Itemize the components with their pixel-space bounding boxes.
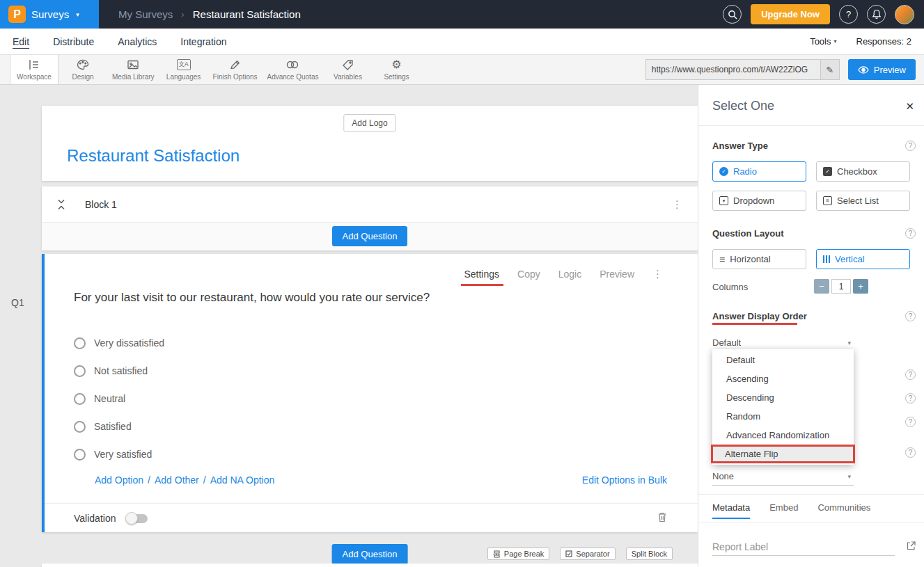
answer-option-label[interactable]: Very dissatisfied xyxy=(94,337,164,349)
toolbar-item-variables[interactable]: Variables xyxy=(323,55,372,84)
layout-option-label: Horizontal xyxy=(730,254,771,264)
toolbar-item-settings[interactable]: ⚙ Settings xyxy=(372,55,421,84)
help-icon[interactable]: ? xyxy=(905,447,916,458)
edit-options-bulk-link[interactable]: Edit Options in Bulk xyxy=(582,474,667,486)
block-menu-icon[interactable]: ⋮ xyxy=(672,198,682,211)
menu-item-descending[interactable]: Descending xyxy=(712,388,854,407)
answer-option-label[interactable]: Not satisfied xyxy=(94,365,148,376)
add-question-button-top[interactable]: Add Question xyxy=(332,226,408,246)
delete-question-icon[interactable] xyxy=(657,511,667,522)
vertical-bars-icon xyxy=(823,255,830,263)
toolbar-item-media-library[interactable]: Media Library xyxy=(107,55,159,84)
answer-type-select-list[interactable]: ≡ Select List xyxy=(816,191,910,211)
option-add-links: Add Option / Add Other / Add NA Option xyxy=(95,474,274,486)
toolbar-right: ✎ Preview xyxy=(645,55,924,84)
question-tab-preview[interactable]: Preview xyxy=(600,269,634,280)
columns-increment-button[interactable]: + xyxy=(853,279,868,294)
answer-option-label[interactable]: Neutral xyxy=(94,393,125,404)
report-label-input[interactable] xyxy=(712,538,895,556)
preview-button[interactable]: Preview xyxy=(848,59,916,80)
help-icon[interactable]: ? xyxy=(905,311,916,321)
question-menu-icon[interactable]: ⋮ xyxy=(652,268,663,280)
breadcrumb-my-surveys[interactable]: My Surveys xyxy=(118,8,173,20)
edit-url-button[interactable]: ✎ xyxy=(821,59,840,80)
add-logo-button[interactable]: Add Logo xyxy=(343,114,396,132)
columns-input[interactable] xyxy=(831,279,851,294)
radio-button[interactable] xyxy=(74,393,86,405)
chevron-down-icon: ▾ xyxy=(76,11,79,18)
tab-distribute[interactable]: Distribute xyxy=(53,36,94,47)
radio-button[interactable] xyxy=(74,449,86,461)
answer-option-label[interactable]: Very satisfied xyxy=(94,449,152,460)
columns-decrement-button[interactable]: − xyxy=(814,279,829,294)
toolbar-item-design[interactable]: Design xyxy=(58,55,107,84)
menu-item-ascending[interactable]: Ascending xyxy=(712,369,854,388)
add-other-link[interactable]: Add Other xyxy=(155,474,199,486)
radio-button[interactable] xyxy=(74,365,86,377)
upgrade-now-button[interactable]: Upgrade Now xyxy=(751,4,830,24)
block-header: Block 1 ⋮ xyxy=(42,186,698,223)
menu-item-alternate-flip[interactable]: Alternate Flip xyxy=(711,445,855,463)
secondary-order-select[interactable]: None ▾ xyxy=(712,468,854,486)
tab-edit[interactable]: Edit xyxy=(13,36,29,47)
tab-integration[interactable]: Integration xyxy=(180,36,226,47)
panel-tab-embed[interactable]: Embed xyxy=(769,502,798,519)
help-icon[interactable]: ? xyxy=(905,393,916,404)
help-icon[interactable]: ? xyxy=(905,369,916,380)
radio-button[interactable] xyxy=(74,337,86,349)
answer-type-radio[interactable]: ✓ Radio xyxy=(712,161,806,182)
survey-url-input[interactable] xyxy=(645,59,821,80)
menu-item-random[interactable]: Random xyxy=(712,407,854,426)
split-block-button[interactable]: Split Block xyxy=(626,548,673,560)
expand-icon[interactable] xyxy=(907,541,916,550)
panel-tab-metadata[interactable]: Metadata xyxy=(712,502,750,519)
columns-stepper: − + xyxy=(814,279,868,294)
help-button[interactable]: ? xyxy=(839,5,858,24)
search-button[interactable] xyxy=(723,5,742,24)
add-option-link[interactable]: Add Option xyxy=(95,474,143,486)
toolbar-item-advance-quotas[interactable]: Advance Quotas xyxy=(263,55,324,84)
page-break-label: Page Break xyxy=(504,550,544,558)
tab-analytics[interactable]: Analytics xyxy=(118,36,157,47)
radio-button[interactable] xyxy=(74,421,86,433)
answer-option-label[interactable]: Satisfied xyxy=(94,421,132,432)
question-action-tabs: Settings Copy Logic Preview ⋮ xyxy=(464,268,663,280)
link-separator: / xyxy=(148,474,150,486)
add-na-option-link[interactable]: Add NA Option xyxy=(210,474,275,486)
split-block-label: Split Block xyxy=(632,550,667,558)
responses-link[interactable]: Responses: 2 xyxy=(856,36,912,47)
question-text[interactable]: For your last visit to our restaurant, h… xyxy=(74,291,430,305)
toolbar-item-languages[interactable]: 文A Languages xyxy=(159,55,208,84)
question-tab-copy[interactable]: Copy xyxy=(517,269,540,280)
advance-quotas-icon xyxy=(285,59,299,71)
block-add-question-row: Add Question xyxy=(42,223,698,250)
separator-button[interactable]: Separator xyxy=(560,548,615,560)
toolbar-item-finish-options[interactable]: Finish Options xyxy=(208,55,263,84)
question-tab-logic[interactable]: Logic xyxy=(558,269,581,280)
topbar: P Surveys ▾ My Surveys › Restaurant Sati… xyxy=(0,0,924,29)
help-icon[interactable]: ? xyxy=(905,141,916,151)
add-question-button-bottom[interactable]: Add Question xyxy=(332,544,408,564)
answer-type-checkbox[interactable]: ✓ Checkbox xyxy=(816,161,910,182)
validation-toggle[interactable] xyxy=(127,514,148,523)
menu-item-advanced-randomization[interactable]: Advanced Randomization xyxy=(712,426,854,445)
survey-title[interactable]: Restaurant Satisfaction xyxy=(67,146,240,166)
panel-tab-communities[interactable]: Communities xyxy=(817,502,870,519)
help-icon[interactable]: ? xyxy=(905,228,916,239)
menu-item-default[interactable]: Default xyxy=(712,351,854,369)
toggle-knob xyxy=(125,512,138,525)
user-avatar[interactable] xyxy=(895,5,914,24)
help-icon[interactable]: ? xyxy=(905,417,916,427)
answer-type-dropdown[interactable]: ▾ Dropdown xyxy=(712,191,806,211)
notifications-button[interactable] xyxy=(867,5,886,24)
app-menu[interactable]: P Surveys ▾ xyxy=(0,0,99,29)
page-break-button[interactable]: Page Break xyxy=(487,548,549,560)
close-panel-icon[interactable]: ✕ xyxy=(905,100,914,113)
collapse-block-icon[interactable] xyxy=(57,199,65,210)
layout-horizontal-button[interactable]: ≡ Horizontal xyxy=(712,249,806,269)
layout-vertical-button[interactable]: Vertical xyxy=(816,249,910,269)
toolbar-item-workspace[interactable]: Workspace xyxy=(10,55,58,84)
question-tab-settings[interactable]: Settings xyxy=(464,269,499,280)
tools-menu[interactable]: Tools ▾ xyxy=(810,36,836,47)
gear-icon: ⚙ xyxy=(391,59,401,71)
